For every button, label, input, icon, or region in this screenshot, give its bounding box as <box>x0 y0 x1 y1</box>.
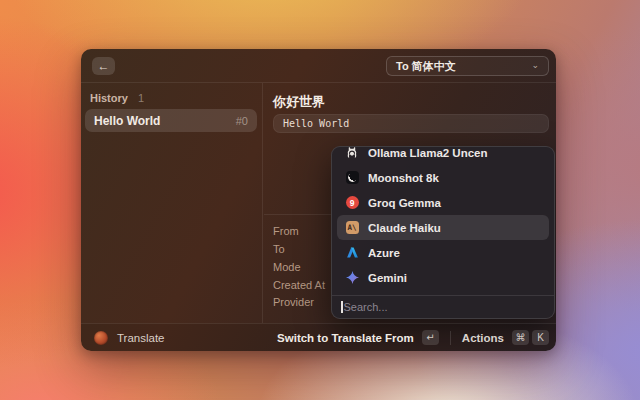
groq-icon: 9 <box>345 196 359 210</box>
provider-option-claude-selected[interactable]: A\ Claude Haiku <box>337 215 549 240</box>
footer-actions: Switch to Translate From ↵ Actions ⌘ K <box>277 330 549 345</box>
azure-icon <box>345 246 359 260</box>
provider-option-gemini[interactable]: Gemini <box>337 265 549 290</box>
footer-bar: Translate Switch to Translate From ↵ Act… <box>81 323 556 351</box>
footer-separator <box>450 331 451 345</box>
provider-option-groq[interactable]: 9 Groq Gemma <box>337 190 549 215</box>
provider-option-label: Claude Haiku <box>368 222 441 234</box>
history-count: 1 <box>138 92 144 104</box>
provider-search-input[interactable]: Search... <box>332 295 554 318</box>
footer-app-label: Translate <box>117 332 277 344</box>
history-item-index-badge: #0 <box>236 115 248 127</box>
actions-shortcut-keys: ⌘ K <box>512 330 549 345</box>
provider-option-label: Ollama Llama2 Uncen <box>368 147 488 159</box>
provider-option-label: Groq Gemma <box>368 197 441 209</box>
provider-dropdown-list: Ollama Llama2 Uncen Moonshot 8k 9 Groq G… <box>337 147 549 290</box>
provider-option-azure[interactable]: Azure <box>337 240 549 265</box>
ollama-icon <box>345 146 359 160</box>
metadata-label-provider: Provider <box>273 296 314 308</box>
target-language-label: To 简体中文 <box>396 59 531 74</box>
metadata-label-from: From <box>273 225 299 237</box>
back-arrow-icon: ← <box>98 59 110 73</box>
translate-extension-icon <box>94 331 108 345</box>
text-cursor <box>341 301 343 313</box>
primary-action-button[interactable]: Switch to Translate From <box>277 332 414 344</box>
claude-icon: A\ <box>345 221 359 235</box>
return-key-icon: ↵ <box>422 330 439 345</box>
back-button[interactable]: ← <box>92 57 115 75</box>
history-list-item[interactable]: Hello World #0 <box>85 109 257 132</box>
target-language-dropdown[interactable]: To 简体中文 ⌄ <box>386 56 549 76</box>
translated-text: 你好世界 <box>273 93 325 111</box>
provider-option-label: Azure <box>368 247 400 259</box>
source-text-field[interactable]: Hello World <box>273 114 549 133</box>
chevron-down-icon: ⌄ <box>531 61 539 70</box>
metadata-label-mode: Mode <box>273 261 301 273</box>
header-bar: ← To 简体中文 ⌄ <box>81 49 556 83</box>
provider-option-ollama[interactable]: Ollama Llama2 Uncen <box>337 146 549 165</box>
moonshot-icon <box>345 171 359 185</box>
history-sidebar: History1 Hello World #0 <box>81 83 263 323</box>
source-text-value: Hello World <box>283 118 349 129</box>
cmd-key-icon: ⌘ <box>512 330 529 345</box>
k-key-icon: K <box>532 330 549 345</box>
metadata-label-to: To <box>273 243 285 255</box>
provider-dropdown-menu: Ollama Llama2 Uncen Moonshot 8k 9 Groq G… <box>331 146 555 319</box>
translate-app-window: ← To 简体中文 ⌄ History1 Hello World #0 你好世界… <box>81 49 556 351</box>
provider-option-label: Moonshot 8k <box>368 172 439 184</box>
history-section-header: History1 <box>90 92 144 104</box>
actions-menu-button[interactable]: Actions <box>462 332 504 344</box>
provider-option-label: Gemini <box>368 272 407 284</box>
metadata-label-created-at: Created At <box>273 279 325 291</box>
provider-search-placeholder: Search... <box>344 301 388 313</box>
history-item-title: Hello World <box>94 114 236 128</box>
provider-option-moonshot[interactable]: Moonshot 8k <box>337 165 549 190</box>
gemini-icon <box>345 271 359 285</box>
history-section-title: History <box>90 92 128 104</box>
